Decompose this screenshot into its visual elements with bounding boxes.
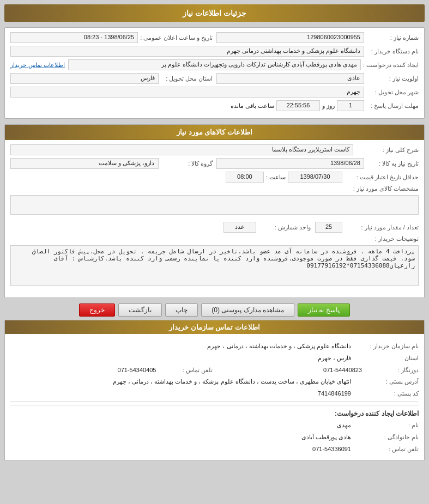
unit-value: عدد: [223, 222, 256, 233]
fax-label: دورنگار :: [364, 367, 419, 374]
specs-label: مشخصات کالای مورد نیاز :: [351, 185, 419, 192]
row-city: شهر محل تحویل : جهرم: [10, 87, 419, 98]
date-label: تاریخ و ساعت اعلان عمومی :: [138, 34, 213, 41]
postal-label: کد پستی :: [353, 390, 419, 397]
price-validity-time-label: ساعت :: [264, 173, 288, 182]
address-label: آدرس پستی :: [353, 378, 419, 385]
exit-button[interactable]: خروج: [79, 303, 115, 317]
creator-label: ایجاد کننده درخواست :: [361, 62, 419, 69]
price-validity-date: 1398/07/30: [288, 172, 342, 183]
row-org-name: نام سازمان خریدار : دانشگاه علوم پزشکی ،…: [10, 342, 419, 351]
deadline-time-value: 22:55:56: [276, 100, 320, 111]
address-value: انتهای خیابان مطهری ، ساخت یدست ، دانشگا…: [111, 377, 353, 386]
province-label: استان محل تحویل :: [159, 75, 213, 82]
notes-label-row: توضیحات خریدار :: [10, 235, 419, 242]
priority-label: اولویت نیاز :: [364, 75, 419, 82]
postal-value: 7414846199: [316, 389, 353, 398]
price-validity-label: حداقل تاریخ اعتبار قیمت :: [342, 174, 419, 181]
print-button[interactable]: چاپ: [165, 303, 198, 317]
province-value: فارس: [10, 73, 159, 84]
row-description: شرح کلی نیاز : کاست استریلایزر دستگاه پل…: [10, 144, 419, 155]
city-label: شهر محل تحویل :: [364, 89, 419, 96]
req-name-value: مهدی: [335, 421, 353, 430]
col-need-number: شماره نیاز : 1298060023000955: [216, 32, 419, 43]
req-phone-label: تلفن تماس :: [353, 446, 419, 453]
date-value: 1398/06/25 - 08:23: [10, 32, 138, 43]
req-name-label: نام :: [353, 422, 419, 429]
col-fax: دورنگار : 071-54440823: [216, 366, 419, 374]
bc-phone-value: 071-54340405: [116, 366, 159, 374]
req-family-label: نام خانوادگی :: [353, 434, 419, 441]
row-quantity: تعداد / مقدار مورد نیاز : 25 واحد شمارش …: [10, 222, 419, 233]
col-province: استان محل تحویل : فارس: [10, 73, 213, 84]
need-info-body: شماره نیاز : 1298060023000955 تاریخ و سا…: [5, 28, 424, 118]
view-attachments-button[interactable]: مشاهده مدارک پیوستی (0): [201, 303, 294, 317]
row-creator: ایجاد کننده درخواست : مهدی هادی پورقطب آ…: [10, 59, 419, 70]
quantity-value: 25: [315, 222, 342, 233]
buyer-contact-card: اطلاعات تماس سازمان خریدار نام سازمان خر…: [4, 320, 425, 461]
need-date-label: تاریخ نیاز به کالا :: [364, 160, 419, 167]
deadline-time-label: ساعت باقی مانده: [228, 101, 276, 111]
buyer-contact-body: نام سازمان خریدار : دانشگاه علوم پزشکی ،…: [5, 337, 424, 460]
buyer-org-label: نام دستگاه خریدار :: [364, 48, 419, 55]
col-phone: تلفن تماس : 071-54340405: [10, 366, 213, 374]
category-value: دارو، پزشکی و سلامت: [10, 158, 159, 169]
bc-phone-label: تلفن تماس :: [159, 367, 213, 374]
priority-value: عادی: [216, 73, 365, 84]
specs-value[interactable]: [10, 195, 419, 215]
deadline-days-label: روز و: [320, 101, 337, 111]
notes-value[interactable]: [10, 245, 419, 286]
creator-link[interactable]: اطلاعات تماس خریدار: [10, 62, 65, 69]
need-info-card: شماره نیاز : 1298060023000955 تاریخ و سا…: [4, 27, 425, 119]
requester-header: اطلاعات ایجاد کننده درخواست:: [10, 410, 419, 417]
row-deadline: مهلت ارسال پاسخ : 1 روز و 22:55:56 ساعت …: [10, 100, 419, 111]
row-specs: مشخصات کالای مورد نیاز :: [10, 185, 419, 219]
row-req-name: نام : مهدی: [10, 421, 419, 430]
notes-label: توضیحات خریدار :: [364, 235, 419, 242]
desc-value: کاست استریلایزر دستگاه پلاسما: [10, 144, 353, 155]
respond-button[interactable]: پاسخ به نیاز: [298, 303, 350, 317]
deadline-days-value: 1: [337, 100, 364, 111]
need-number-label: شماره نیاز :: [364, 34, 419, 41]
col-category: گروه کالا : دارو، پزشکی و سلامت: [10, 158, 213, 169]
row-notes: توضیحات خریدار :: [10, 235, 419, 290]
row-bc-province: استان : فارس ، جهرم: [10, 354, 419, 363]
goods-body: شرح کلی نیاز : کاست استریلایزر دستگاه پل…: [5, 140, 424, 297]
goods-header: اطلاعات کالاهای مورد نیاز: [5, 125, 424, 140]
col-need-date: تاریخ نیاز به کالا : 1398/06/28: [216, 158, 419, 169]
need-date-value: 1398/06/28: [216, 158, 365, 169]
org-name-value: دانشگاه علوم پزشکی ، و خدمات بهداشته ، د…: [205, 342, 353, 351]
requester-sub-section: اطلاعات ایجاد کننده درخواست: نام : مهدی …: [10, 405, 419, 453]
desc-label: شرح کلی نیاز :: [353, 147, 419, 154]
row-postal: کد پستی : 7414846199: [10, 389, 419, 398]
fax-value: 071-54440823: [321, 366, 364, 374]
org-name-label: نام سازمان خریدار :: [353, 343, 419, 350]
row-req-family: نام خانوادگی : هادی پورقطب آبادی: [10, 433, 419, 442]
row-req-phone: تلفن تماس : 071-54336091: [10, 445, 419, 453]
row-price-validity: حداقل تاریخ اعتبار قیمت : 1398/07/30 ساع…: [10, 172, 419, 183]
row-buyer-org: نام دستگاه خریدار : دانشگاه علوم پزشکی و…: [10, 46, 419, 57]
category-label: گروه کالا :: [159, 160, 213, 167]
creator-value: مهدی هادی پورقطب آبادی کارشناس تدارکات د…: [68, 59, 361, 70]
goods-info-card: اطلاعات کالاهای مورد نیاز شرح کلی نیاز :…: [4, 124, 425, 298]
section-divider: [10, 401, 419, 402]
quantity-label: تعداد / مقدار مورد نیاز :: [342, 224, 419, 231]
row-need-number-date: شماره نیاز : 1298060023000955 تاریخ و سا…: [10, 32, 419, 43]
col-priority: اولویت نیاز : عادی: [216, 73, 419, 84]
row-cat-date: تاریخ نیاز به کالا : 1398/06/28 گروه کال…: [10, 158, 419, 169]
row-priority-province: اولویت نیاز : عادی استان محل تحویل : فار…: [10, 73, 419, 84]
col-date: تاریخ و ساعت اعلان عمومی : 1398/06/25 - …: [10, 32, 213, 43]
specs-label-row: مشخصات کالای مورد نیاز :: [10, 185, 419, 192]
row-phone-fax: دورنگار : 071-54440823 تلفن تماس : 071-5…: [10, 366, 419, 374]
buyer-contact-header: اطلاعات تماس سازمان خریدار: [5, 320, 424, 334]
main-title: جزئیات اطلاعات نیاز: [4, 4, 425, 22]
back-button[interactable]: بازگشت: [118, 303, 162, 317]
bc-province-value: فارس ، جهرم: [316, 354, 353, 363]
city-value: جهرم: [10, 87, 364, 98]
page-wrapper: جزئیات اطلاعات نیاز شماره نیاز : 1298060…: [0, 0, 429, 504]
deadline-label: مهلت ارسال پاسخ :: [364, 102, 419, 110]
need-number-value: 1298060023000955: [216, 32, 365, 43]
buyer-org-value: دانشگاه علوم پزشکی و خدمات بهداشتی درمان…: [10, 46, 364, 57]
req-family-value: هادی پورقطب آبادی: [299, 433, 353, 442]
row-address: آدرس پستی : انتهای خیابان مطهری ، ساخت ی…: [10, 377, 419, 386]
